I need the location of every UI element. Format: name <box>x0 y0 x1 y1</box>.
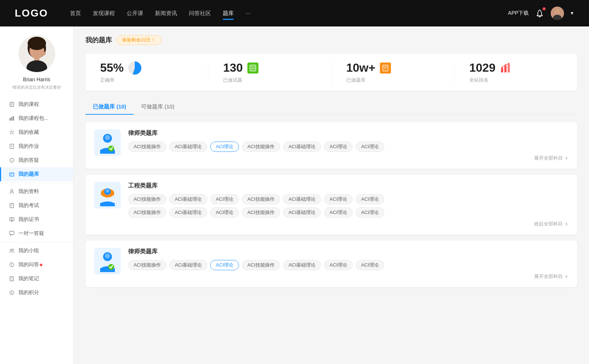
stats-bar: 55% 正确率 130 <box>85 54 577 91</box>
tag-2-1[interactable]: ACI基础理论 <box>169 260 208 270</box>
topnav-right: APP下载 ▼ <box>508 7 574 20</box>
nav-open-course[interactable]: 公开课 <box>127 8 143 18</box>
stat-done-banks: 10w+ 已做题库 <box>332 61 455 83</box>
sidebar-item-my-homework[interactable]: 我的作业 <box>0 139 73 153</box>
tag-1-r2-0[interactable]: ACI技能操作 <box>128 207 166 218</box>
tag-1-6[interactable]: ACI理论 <box>356 194 384 204</box>
tab-available-banks[interactable]: 可做题库 (10) <box>134 100 182 114</box>
sidebar-item-my-favorites[interactable]: 我的收藏 <box>0 125 73 139</box>
tag-1-0[interactable]: ACI技能操作 <box>128 194 166 204</box>
tag-1-r2-1[interactable]: ACI基础理论 <box>169 207 208 218</box>
nav-menu: 首页 发现课程 公开课 新闻资讯 问答社区 题库 ··· <box>70 8 508 18</box>
tag-0-3[interactable]: ACI技能操作 <box>242 142 280 152</box>
chat-icon <box>9 231 15 236</box>
bank-card-0: 律师类题库 ACI技能操作 ACI基础理论 ACI理论 ACI技能操作 ACI基… <box>85 122 577 169</box>
tag-1-r2-4[interactable]: ACI基础理论 <box>283 207 321 218</box>
sidebar-item-my-exam[interactable]: 我的考试 <box>0 199 73 213</box>
svg-rect-57 <box>501 68 503 72</box>
tag-1-1[interactable]: ACI基础理论 <box>169 194 208 204</box>
svg-text:$: $ <box>11 292 13 294</box>
sidebar-item-my-profile[interactable]: 我的资料 <box>0 185 73 199</box>
sidebar-label-my-favorites: 我的收藏 <box>18 129 64 136</box>
stat-value-done-questions: 130 <box>223 61 243 75</box>
bank-card-title-2: 律师类题库 <box>128 248 568 256</box>
notification-bell[interactable] <box>535 8 545 18</box>
tag-1-4[interactable]: ACI基础理论 <box>283 194 321 204</box>
tag-0-2[interactable]: ACI理论 <box>210 142 239 152</box>
expand-link-2[interactable]: 展开全部科目 ∨ <box>128 273 568 280</box>
svg-rect-48 <box>250 65 256 71</box>
sidebar-item-one-on-one[interactable]: 一对一答疑 <box>0 226 73 240</box>
table-grid-icon <box>247 63 258 74</box>
svg-rect-16 <box>10 118 11 121</box>
tag-0-1[interactable]: ACI基础理论 <box>169 142 208 152</box>
tag-2-2[interactable]: ACI理论 <box>210 260 239 270</box>
app-download-button[interactable]: APP下载 <box>508 10 529 17</box>
nav-home[interactable]: 首页 <box>70 8 81 18</box>
svg-point-61 <box>505 64 506 66</box>
tag-1-r2-6[interactable]: ACI理论 <box>356 207 384 218</box>
homework-icon <box>9 143 15 149</box>
tag-2-0[interactable]: ACI技能操作 <box>128 260 166 270</box>
tag-0-0[interactable]: ACI技能操作 <box>128 142 166 152</box>
svg-rect-18 <box>13 116 14 121</box>
sidebar-item-my-group[interactable]: 我的小组 <box>0 244 73 258</box>
nav-more[interactable]: ··· <box>246 8 250 18</box>
svg-point-42 <box>11 265 12 266</box>
sidebar-label-my-profile: 我的资料 <box>18 188 64 195</box>
tag-0-6[interactable]: ACI理论 <box>356 142 384 152</box>
svg-rect-53 <box>383 65 388 71</box>
sidebar-label-my-group: 我的小组 <box>18 247 64 254</box>
tag-1-2[interactable]: ACI理论 <box>210 194 239 204</box>
svg-point-62 <box>508 63 509 64</box>
exam-icon <box>9 203 15 208</box>
tag-1-r2-2[interactable]: ACI理论 <box>210 207 239 218</box>
tag-1-r2-5[interactable]: ACI理论 <box>324 207 353 218</box>
sidebar-item-my-course-pack[interactable]: 我的课程包... <box>0 111 73 125</box>
nav-discover[interactable]: 发现课程 <box>93 8 115 18</box>
sidebar-item-my-bank[interactable]: 我的题库 <box>0 167 73 181</box>
sidebar-label-my-points: 我的积分 <box>18 289 64 296</box>
tag-2-6[interactable]: ACI理论 <box>356 260 384 270</box>
bank-card-body-0: 律师类题库 ACI技能操作 ACI基础理论 ACI理论 ACI技能操作 ACI基… <box>128 129 568 161</box>
svg-point-33 <box>11 218 13 220</box>
tag-0-5[interactable]: ACI理论 <box>324 142 353 152</box>
tag-2-3[interactable]: ACI技能操作 <box>242 260 280 270</box>
sidebar-item-my-questions[interactable]: 我的问答 <box>0 258 73 272</box>
bank-card-tags-2: ACI技能操作 ACI基础理论 ACI理论 ACI技能操作 ACI基础理论 AC… <box>128 260 568 270</box>
sidebar-item-my-cert[interactable]: 我的证书 <box>0 213 73 226</box>
nav-bank[interactable]: 题库 <box>223 8 234 18</box>
nav-qa[interactable]: 问答社区 <box>189 8 211 18</box>
expand-link-0[interactable]: 展开全部科目 ∨ <box>128 155 568 161</box>
user-avatar[interactable] <box>551 7 564 20</box>
tab-done-banks[interactable]: 已做题库 (10) <box>85 100 134 114</box>
svg-rect-43 <box>10 276 13 281</box>
sidebar-item-my-points[interactable]: $ 我的积分 <box>0 286 73 300</box>
stat-done-questions: 130 已做试题 <box>208 61 331 83</box>
user-dropdown-arrow[interactable]: ▼ <box>570 11 574 16</box>
note-icon <box>9 276 15 282</box>
tag-1-3[interactable]: ACI技能操作 <box>242 194 280 204</box>
tag-0-4[interactable]: ACI基础理论 <box>283 142 321 152</box>
tag-1-r2-3[interactable]: ACI技能操作 <box>242 207 280 218</box>
svg-point-38 <box>10 249 12 251</box>
nav-news[interactable]: 新闻资讯 <box>155 8 177 18</box>
bank-card-2: 律师类题库 ACI技能操作 ACI基础理论 ACI理论 ACI技能操作 ACI基… <box>85 240 577 287</box>
sidebar-item-my-course[interactable]: 我的课程 <box>0 97 73 111</box>
stat-top-rank: 1029 <box>469 61 511 75</box>
bank-card-tags-0: ACI技能操作 ACI基础理论 ACI理论 ACI技能操作 ACI基础理论 AC… <box>128 142 568 152</box>
sidebar: Brian Harris 错误的决定比没有决定要好 我的课程 我的课程包... <box>0 26 74 364</box>
expand-link-1[interactable]: 收起全部科目 ∧ <box>128 221 568 227</box>
svg-point-69 <box>106 189 109 193</box>
tag-1-5[interactable]: ACI理论 <box>324 194 353 204</box>
sidebar-label-my-course-pack: 我的课程包... <box>18 115 64 122</box>
logo[interactable]: LOGO <box>15 7 48 19</box>
sidebar-item-my-notes[interactable]: 我的笔记 <box>0 272 73 286</box>
sidebar-item-my-qa[interactable]: ? 我的答疑 <box>0 153 73 167</box>
svg-rect-58 <box>504 66 507 72</box>
svg-point-28 <box>11 190 13 192</box>
svg-rect-29 <box>10 203 14 208</box>
stat-label-done-questions: 已做试题 <box>223 77 242 83</box>
tag-2-5[interactable]: ACI理论 <box>324 260 353 270</box>
tag-2-4[interactable]: ACI基础理论 <box>283 260 321 270</box>
